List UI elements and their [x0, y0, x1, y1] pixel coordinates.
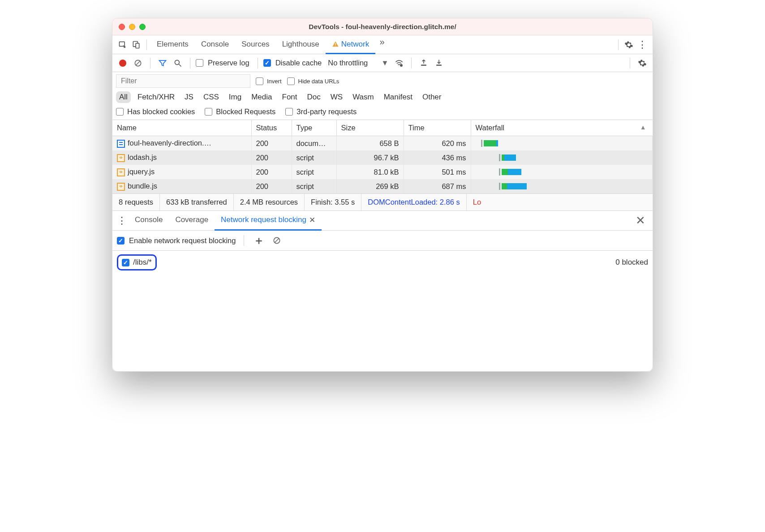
request-time: 436 ms: [404, 150, 471, 165]
request-name: foul-heavenly-direction.…: [128, 139, 211, 147]
close-drawer-button[interactable]: ✕: [631, 214, 650, 227]
blocked-requests-checkbox[interactable]: [205, 108, 212, 116]
main-toolbar: Elements Console Sources Lighthouse Netw…: [112, 35, 653, 54]
window-title: DevTools - foul-heavenly-direction.glitc…: [112, 23, 653, 31]
filter-input[interactable]: [116, 74, 250, 88]
svg-point-7: [175, 60, 179, 64]
type-doc[interactable]: Doc: [304, 91, 324, 103]
script-file-icon: [117, 154, 125, 162]
blocked-cookies-checkbox[interactable]: [116, 108, 124, 116]
request-size: 658 B: [336, 136, 404, 151]
invert-label: Invert: [267, 78, 282, 85]
type-ws[interactable]: WS: [327, 91, 346, 103]
inspect-element-icon[interactable]: [116, 38, 129, 51]
col-header-type[interactable]: Type: [292, 120, 336, 136]
third-party-checkbox[interactable]: [285, 108, 293, 116]
request-name: lodash.js: [128, 153, 157, 161]
search-icon[interactable]: [171, 56, 185, 70]
settings-icon[interactable]: [622, 38, 636, 51]
blocked-cookies-label: Has blocked cookies: [127, 107, 195, 116]
type-js[interactable]: JS: [181, 91, 197, 103]
type-manifest[interactable]: Manifest: [381, 91, 416, 103]
request-time: 687 ms: [404, 179, 471, 193]
tab-network[interactable]: Network: [326, 35, 375, 54]
svg-line-8: [179, 64, 181, 66]
waterfall-cell: [471, 179, 653, 193]
enable-blocking-checkbox[interactable]: [117, 237, 125, 245]
hide-data-urls-checkbox[interactable]: [287, 77, 295, 85]
type-img[interactable]: Img: [226, 91, 245, 103]
col-header-waterfall[interactable]: Waterfall▲: [471, 120, 653, 136]
request-type: script: [292, 150, 336, 165]
col-header-size[interactable]: Size: [336, 120, 404, 136]
request-status: 200: [251, 165, 292, 179]
record-button[interactable]: [116, 56, 129, 70]
drawer-tab-blocking[interactable]: Network request blocking ✕: [215, 211, 322, 231]
request-size: 96.7 kB: [336, 150, 404, 165]
drawer-tab-blocking-label: Network request blocking: [221, 215, 306, 224]
kebab-menu-icon[interactable]: ⋮: [636, 38, 649, 51]
request-name: bundle.js: [128, 182, 157, 190]
tab-elements[interactable]: Elements: [150, 35, 195, 54]
pattern-checkbox[interactable]: [122, 259, 129, 266]
add-pattern-button[interactable]: ＋: [252, 234, 266, 247]
request-status: 200: [251, 179, 292, 193]
blocking-toolbar: Enable network request blocking ＋: [112, 231, 653, 251]
type-all[interactable]: All: [116, 91, 131, 103]
script-file-icon: [117, 183, 125, 191]
type-font[interactable]: Font: [279, 91, 301, 103]
table-row[interactable]: jquery.js 200 script 81.0 kB 501 ms: [112, 165, 653, 179]
tab-console[interactable]: Console: [195, 35, 235, 54]
type-fetch-xhr[interactable]: Fetch/XHR: [134, 91, 178, 103]
disable-cache-checkbox[interactable]: [263, 59, 271, 67]
clear-patterns-button[interactable]: [270, 234, 284, 247]
close-tab-icon[interactable]: ✕: [309, 215, 315, 225]
waterfall-cell: [471, 136, 653, 151]
col-header-status[interactable]: Status: [251, 120, 292, 136]
import-har-icon[interactable]: [417, 56, 430, 70]
request-time: 501 ms: [404, 165, 471, 179]
invert-checkbox[interactable]: [256, 77, 263, 85]
network-conditions-icon[interactable]: [392, 56, 406, 70]
preserve-log-checkbox[interactable]: [196, 59, 203, 67]
table-row[interactable]: foul-heavenly-direction.… 200 docum… 658…: [112, 136, 653, 151]
drawer-tab-coverage[interactable]: Coverage: [169, 211, 215, 230]
summary-load: Lo: [467, 194, 487, 210]
blocked-count: 0 blocked: [615, 258, 648, 267]
filter-icon[interactable]: [156, 56, 169, 70]
request-time: 620 ms: [404, 136, 471, 151]
tab-lighthouse[interactable]: Lighthouse: [276, 35, 326, 54]
device-toolbar-icon[interactable]: [129, 38, 143, 51]
network-settings-icon[interactable]: [636, 56, 649, 70]
drawer-tab-console[interactable]: Console: [129, 211, 169, 230]
request-type: script: [292, 165, 336, 179]
drawer-tabs: ⋮ Console Coverage Network request block…: [112, 211, 653, 231]
col-header-name[interactable]: Name: [112, 120, 251, 136]
pattern-text: /libs/*: [133, 258, 152, 267]
type-other[interactable]: Other: [419, 91, 445, 103]
throttling-select[interactable]: No throttling ▼: [326, 59, 390, 67]
type-css[interactable]: CSS: [200, 91, 222, 103]
tab-sources[interactable]: Sources: [235, 35, 275, 54]
type-wasm[interactable]: Wasm: [349, 91, 377, 103]
col-header-time[interactable]: Time: [404, 120, 471, 136]
svg-rect-3: [335, 43, 335, 45]
drawer-more-icon[interactable]: ⋮: [115, 214, 129, 227]
clear-button[interactable]: [131, 56, 145, 70]
more-tabs-icon[interactable]: »: [375, 35, 389, 49]
svg-point-9: [400, 64, 402, 66]
chevron-down-icon: ▼: [381, 59, 388, 67]
additional-filters: Has blocked cookies Blocked Requests 3rd…: [112, 106, 653, 120]
network-summary: 8 requests 633 kB transferred 2.4 MB res…: [112, 193, 653, 211]
waterfall-cell: [471, 165, 653, 179]
summary-transferred: 633 kB transferred: [160, 194, 234, 210]
request-type: script: [292, 179, 336, 193]
request-name: jquery.js: [128, 167, 155, 176]
table-row[interactable]: bundle.js 200 script 269 kB 687 ms: [112, 179, 653, 193]
table-row[interactable]: lodash.js 200 script 96.7 kB 436 ms: [112, 150, 653, 165]
panel-tabs: Elements Console Sources Lighthouse Netw…: [150, 35, 615, 54]
type-media[interactable]: Media: [248, 91, 275, 103]
pattern-item[interactable]: /libs/*: [117, 254, 157, 270]
export-har-icon[interactable]: [432, 56, 446, 70]
request-status: 200: [251, 150, 292, 165]
